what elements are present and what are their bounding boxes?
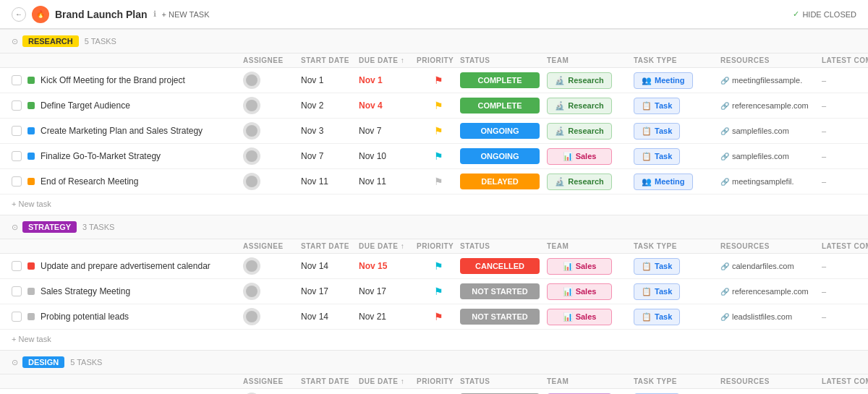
col-header-0[interactable]: ASSIGNEE — [243, 242, 301, 250]
start-date-research-2[interactable]: Nov 3 — [301, 126, 359, 136]
col-header-2[interactable]: DUE DATE ↑ — [359, 56, 417, 64]
resources-cell-strategy-2[interactable]: 🔗leadslistfiles.com — [720, 312, 822, 321]
status-cell-strategy-0[interactable]: CANCELLED — [460, 258, 547, 274]
col-header-1[interactable]: START DATE — [301, 377, 359, 385]
status-cell-research-3[interactable]: ONGOING — [460, 148, 547, 164]
status-badge-research-4: DELAYED — [460, 174, 540, 189]
due-date-research-4[interactable]: Nov 11 — [359, 176, 417, 187]
start-date-research-4[interactable]: Nov 11 — [301, 176, 359, 187]
new-task-link-strategy[interactable]: + New task — [12, 335, 51, 343]
priority-flag-strategy-2: ⚑ — [434, 311, 443, 322]
resources-cell-research-3[interactable]: 🔗samplefiles.com — [720, 152, 822, 160]
assignee-cell-research-4[interactable] — [243, 173, 301, 190]
assignee-cell-strategy-2[interactable] — [243, 308, 301, 325]
task-checkbox-research-1[interactable] — [12, 100, 22, 111]
task-type-badge-strategy-0: 📋 Task — [634, 258, 680, 275]
col-header-2[interactable]: DUE DATE ↑ — [359, 242, 417, 250]
col-header-1[interactable]: START DATE — [301, 242, 359, 250]
task-checkbox-research-2[interactable] — [12, 126, 22, 136]
status-badge-strategy-1: NOT STARTED — [460, 283, 540, 299]
task-type-cell-research-2[interactable]: 📋 Task — [634, 123, 720, 140]
col-header-0[interactable]: ASSIGNEE — [243, 56, 301, 64]
new-task-link-research[interactable]: + New task — [12, 200, 51, 208]
resources-cell-research-4[interactable]: 🔗meetingsamplefil. — [720, 177, 822, 186]
resources-cell-research-1[interactable]: 🔗referencesample.com — [720, 101, 822, 110]
due-date-strategy-1[interactable]: Nov 17 — [359, 286, 417, 296]
task-checkbox-strategy-0[interactable] — [12, 261, 22, 271]
assignee-cell-research-3[interactable] — [243, 147, 301, 165]
team-cell-research-1[interactable]: 🔬 Research — [547, 98, 634, 114]
task-name-research-0: Kick Off Meeting for the Brand project — [41, 75, 185, 85]
priority-research-3[interactable]: ⚑ — [417, 150, 460, 162]
priority-research-0[interactable]: ⚑ — [417, 74, 460, 86]
col-header-0[interactable]: ASSIGNEE — [243, 377, 301, 385]
due-date-strategy-0[interactable]: Nov 15 — [359, 261, 417, 271]
status-cell-research-2[interactable]: ONGOING — [460, 123, 547, 139]
assignee-cell-research-2[interactable] — [243, 122, 301, 140]
assignee-cell-research-0[interactable] — [243, 72, 301, 89]
task-type-cell-research-4[interactable]: 👥 Meeting — [634, 174, 720, 190]
priority-strategy-1[interactable]: ⚑ — [417, 286, 460, 297]
section-toggle-design[interactable]: ⊙ — [12, 358, 18, 367]
start-date-strategy-1[interactable]: Nov 17 — [301, 286, 359, 296]
team-icon-strategy-1: 📊 — [563, 287, 573, 296]
start-date-research-1[interactable]: Nov 2 — [301, 100, 359, 111]
col-header-1[interactable]: START DATE — [301, 56, 359, 64]
section-toggle-research[interactable]: ⊙ — [12, 37, 18, 46]
team-cell-research-3[interactable]: 📊 Sales — [547, 148, 634, 165]
task-checkbox-strategy-1[interactable] — [12, 286, 22, 296]
start-date-strategy-0[interactable]: Nov 14 — [301, 261, 359, 271]
start-date-research-0[interactable]: Nov 1 — [301, 75, 359, 85]
due-date-research-0[interactable]: Nov 1 — [359, 75, 417, 85]
team-cell-research-2[interactable]: 🔬 Research — [547, 123, 634, 140]
team-cell-strategy-1[interactable]: 📊 Sales — [547, 283, 634, 300]
start-date-research-3[interactable]: Nov 7 — [301, 151, 359, 161]
status-cell-research-4[interactable]: DELAYED — [460, 174, 547, 189]
task-checkbox-research-3[interactable] — [12, 151, 22, 161]
section-toggle-strategy[interactable]: ⊙ — [12, 223, 18, 232]
task-checkbox-research-0[interactable] — [12, 75, 22, 85]
section-badge-strategy: STRATEGY — [22, 221, 77, 233]
start-date-strategy-2[interactable]: Nov 14 — [301, 312, 359, 322]
priority-strategy-2[interactable]: ⚑ — [417, 311, 460, 322]
due-date-research-2[interactable]: Nov 7 — [359, 126, 417, 136]
team-cell-research-0[interactable]: 🔬 Research — [547, 72, 634, 89]
col-header-7: RESOURCES — [720, 56, 822, 64]
resources-cell-strategy-0[interactable]: 🔗calendarfiles.com — [720, 262, 822, 270]
status-cell-research-1[interactable]: COMPLETE — [460, 98, 547, 114]
task-checkbox-strategy-2[interactable] — [12, 312, 22, 322]
team-cell-strategy-0[interactable]: 📊 Sales — [547, 258, 634, 275]
resources-cell-strategy-1[interactable]: 🔗referencesample.com — [720, 287, 822, 296]
new-task-row-strategy: + New task — [0, 330, 868, 350]
assignee-cell-strategy-0[interactable] — [243, 257, 301, 275]
due-date-strategy-2[interactable]: Nov 21 — [359, 312, 417, 322]
task-type-cell-research-1[interactable]: 📋 Task — [634, 98, 720, 114]
task-type-cell-research-3[interactable]: 📋 Task — [634, 148, 720, 165]
team-cell-strategy-2[interactable]: 📊 Sales — [547, 309, 634, 325]
info-icon[interactable]: ℹ — [153, 9, 156, 19]
back-button[interactable]: ← — [12, 7, 26, 22]
new-task-topbar-button[interactable]: + NEW TASK — [162, 10, 210, 19]
priority-strategy-0[interactable]: ⚑ — [417, 260, 460, 272]
assignee-cell-strategy-1[interactable] — [243, 283, 301, 300]
task-type-cell-strategy-2[interactable]: 📋 Task — [634, 309, 720, 325]
resources-cell-research-0[interactable]: 🔗meetingfilessample. — [720, 76, 822, 85]
col-header-2[interactable]: DUE DATE ↑ — [359, 377, 417, 385]
resource-text-research-3: samplefiles.com — [732, 152, 789, 160]
resources-cell-research-2[interactable]: 🔗samplefiles.com — [720, 127, 822, 135]
assignee-cell-research-1[interactable] — [243, 97, 301, 114]
task-type-cell-strategy-0[interactable]: 📋 Task — [634, 258, 720, 275]
task-type-cell-strategy-1[interactable]: 📋 Task — [634, 283, 720, 300]
task-checkbox-research-4[interactable] — [12, 176, 22, 187]
hide-closed-button[interactable]: ✓ HIDE CLOSED — [793, 9, 856, 19]
due-date-research-3[interactable]: Nov 10 — [359, 151, 417, 161]
priority-research-4[interactable]: ⚑ — [417, 176, 460, 187]
due-date-research-1[interactable]: Nov 4 — [359, 100, 417, 111]
priority-research-2[interactable]: ⚑ — [417, 125, 460, 137]
team-cell-research-4[interactable]: 🔬 Research — [547, 174, 634, 190]
status-cell-strategy-1[interactable]: NOT STARTED — [460, 283, 547, 299]
task-type-cell-research-0[interactable]: 👥 Meeting — [634, 72, 720, 89]
status-cell-strategy-2[interactable]: NOT STARTED — [460, 309, 547, 325]
priority-research-1[interactable]: ⚑ — [417, 100, 460, 111]
status-cell-research-0[interactable]: COMPLETE — [460, 72, 547, 88]
